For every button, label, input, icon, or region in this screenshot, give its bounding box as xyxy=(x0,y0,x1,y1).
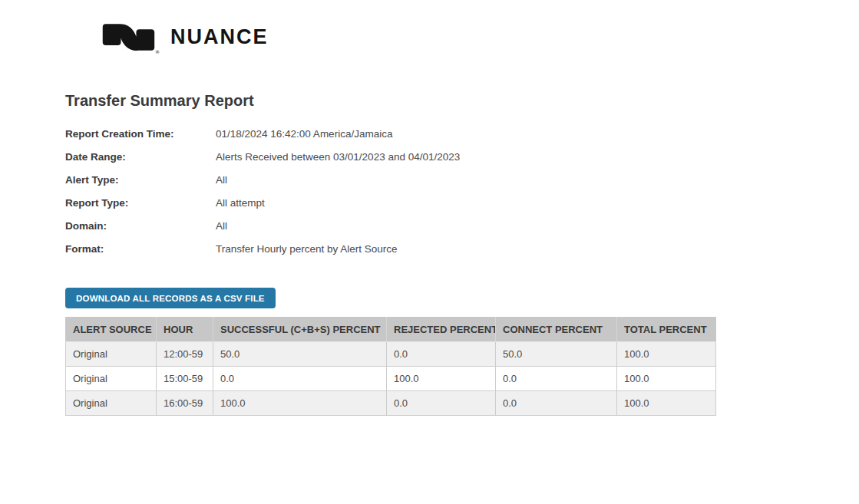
cell-successful-percent: 100.0 xyxy=(213,391,387,416)
cell-alert-source: Original xyxy=(66,367,157,391)
meta-value: 01/18/2024 16:42:00 America/Jamaica xyxy=(216,128,392,140)
cell-connect-percent: 0.0 xyxy=(496,367,617,391)
download-csv-button[interactable]: DOWNLOAD ALL RECORDS AS A CSV FILE xyxy=(65,288,276,308)
meta-row-report-type: Report Type: All attempt xyxy=(65,197,859,220)
meta-label: Report Creation Time: xyxy=(65,128,216,140)
cell-hour: 16:00-59 xyxy=(157,391,213,416)
cell-total-percent: 100.0 xyxy=(617,367,716,391)
cell-alert-source: Original xyxy=(66,391,157,416)
meta-row-alert-type: Alert Type: All xyxy=(65,174,859,197)
cell-hour: 12:00-59 xyxy=(157,342,213,367)
nuance-wordmark: NUANCE xyxy=(170,27,269,48)
cell-rejected-percent: 100.0 xyxy=(387,367,496,391)
column-header-rejected-percent: REJECTED PERCENT xyxy=(387,318,496,342)
meta-row-creation-time: Report Creation Time: 01/18/2024 16:42:0… xyxy=(65,128,859,151)
cell-successful-percent: 0.0 xyxy=(213,367,387,391)
meta-value: All xyxy=(216,220,227,232)
cell-successful-percent: 50.0 xyxy=(213,342,387,367)
meta-row-domain: Domain: All xyxy=(65,220,859,243)
meta-label: Alert Type: xyxy=(65,174,216,186)
meta-label: Domain: xyxy=(65,220,216,232)
column-header-connect-percent: CONNECT PERCENT xyxy=(496,318,617,342)
page-title: Transfer Summary Report xyxy=(65,92,859,110)
table-row: Original 15:00-59 0.0 100.0 0.0 100.0 xyxy=(66,367,716,391)
column-header-total-percent: TOTAL PERCENT xyxy=(617,318,716,342)
registered-mark: ® xyxy=(155,49,160,54)
cell-total-percent: 100.0 xyxy=(617,342,716,367)
column-header-successful-percent: SUCCESSFUL (C+B+S) PERCENT xyxy=(213,318,387,342)
meta-label: Format: xyxy=(65,243,216,255)
table-header-row: ALERT SOURCE HOUR SUCCESSFUL (C+B+S) PER… xyxy=(66,318,716,342)
nuance-logo-icon: ® xyxy=(98,20,161,55)
nuance-logo: ® NUANCE xyxy=(98,20,859,55)
cell-hour: 15:00-59 xyxy=(157,367,213,391)
column-header-alert-source: ALERT SOURCE xyxy=(66,318,157,342)
cell-rejected-percent: 0.0 xyxy=(387,391,496,416)
meta-label: Report Type: xyxy=(65,197,216,209)
cell-connect-percent: 50.0 xyxy=(496,342,617,367)
cell-alert-source: Original xyxy=(66,342,157,367)
meta-value: Alerts Received between 03/01/2023 and 0… xyxy=(216,151,460,163)
meta-value: All attempt xyxy=(216,197,265,209)
meta-value: Transfer Hourly percent by Alert Source xyxy=(216,243,398,255)
table-row: Original 12:00-59 50.0 0.0 50.0 100.0 xyxy=(66,342,716,367)
meta-label: Date Range: xyxy=(65,151,216,163)
cell-rejected-percent: 0.0 xyxy=(387,342,496,367)
table-row: Original 16:00-59 100.0 0.0 0.0 100.0 xyxy=(66,391,716,416)
cell-total-percent: 100.0 xyxy=(617,391,716,416)
report-table: ALERT SOURCE HOUR SUCCESSFUL (C+B+S) PER… xyxy=(65,317,716,416)
meta-row-format: Format: Transfer Hourly percent by Alert… xyxy=(65,243,859,266)
report-metadata: Report Creation Time: 01/18/2024 16:42:0… xyxy=(65,128,859,266)
meta-value: All xyxy=(216,174,227,186)
meta-row-date-range: Date Range: Alerts Received between 03/0… xyxy=(65,151,859,174)
column-header-hour: HOUR xyxy=(157,318,213,342)
cell-connect-percent: 0.0 xyxy=(496,391,617,416)
